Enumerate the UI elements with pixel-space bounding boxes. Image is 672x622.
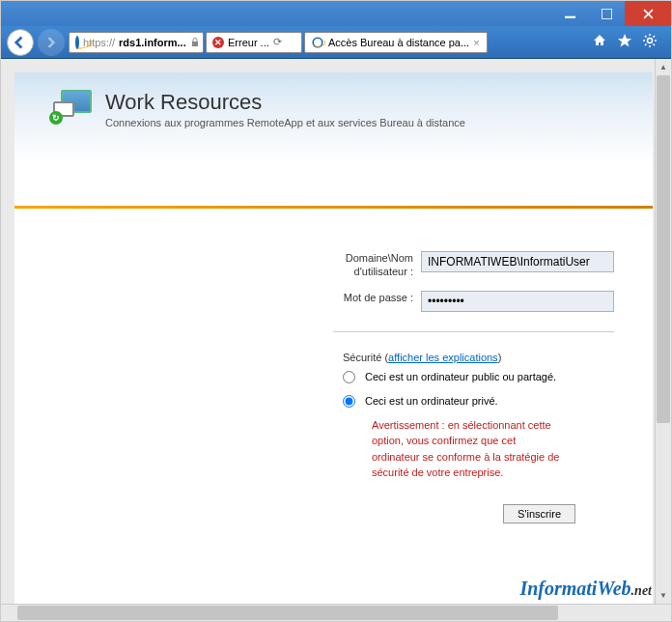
vertical-scrollbar[interactable]: ▲ ▼ [655, 59, 671, 604]
username-input[interactable] [421, 251, 614, 272]
address-bar[interactable]: https://rds1.inform... ▾ [69, 32, 204, 53]
horizontal-scrollbar[interactable] [1, 604, 671, 621]
tab-active[interactable]: Accès Bureau à distance pa... × [304, 32, 488, 53]
page-header: ↻ Work Resources Connexions aux programm… [14, 72, 653, 163]
remoteapp-icon: ↻ [53, 90, 94, 130]
home-icon[interactable] [592, 33, 607, 51]
close-button[interactable] [625, 1, 671, 26]
address-tabs: https://rds1.inform... ▾ ✕ Erreur ... ⟳ … [69, 32, 580, 53]
security-explain-link[interactable]: afficher les explications [388, 352, 498, 363]
radio-public[interactable] [343, 371, 355, 383]
content-viewport: ↻ Work Resources Connexions aux programm… [1, 59, 655, 604]
login-form: Domaine\Nom d'utilisateur : Mot de passe… [14, 209, 653, 523]
error-icon: ✕ [212, 37, 224, 48]
username-label: Domaine\Nom d'utilisateur : [324, 251, 421, 279]
vscroll-thumb[interactable] [657, 75, 670, 423]
page-title: Work Resources [105, 90, 465, 115]
url-host: rds1.inform... [119, 37, 186, 48]
watermark: InformatiWeb.net [519, 578, 652, 600]
window-titlebar [1, 1, 671, 26]
password-input[interactable] [421, 291, 614, 312]
nav-icons [584, 33, 665, 51]
svg-rect-2 [192, 42, 198, 46]
scroll-up-icon[interactable]: ▲ [656, 59, 671, 75]
back-button[interactable] [7, 29, 34, 56]
form-divider [333, 331, 614, 332]
radio-private-label: Ceci est un ordinateur privé. [365, 395, 498, 407]
tab-error-label: Erreur ... [228, 37, 269, 48]
maximize-button[interactable] [588, 1, 625, 26]
radio-private-row[interactable]: Ceci est un ordinateur privé. [14, 387, 614, 411]
gear-icon[interactable] [642, 33, 658, 51]
svg-rect-0 [565, 15, 575, 17]
radio-public-label: Ceci est un ordinateur public ou partagé… [365, 371, 556, 382]
refresh-icon[interactable]: ⟳ [273, 36, 282, 48]
page-subtitle: Connexions aux programmes RemoteApp et a… [105, 117, 465, 128]
favorites-icon[interactable] [617, 33, 632, 51]
svg-rect-1 [602, 9, 612, 19]
security-section-label: Sécurité (afficher les explications) [14, 352, 614, 363]
rdweb-page: ↻ Work Resources Connexions aux programm… [14, 72, 653, 604]
ie-icon [312, 37, 322, 47]
scroll-down-icon[interactable]: ▼ [656, 587, 671, 604]
forward-button[interactable] [38, 29, 65, 56]
warning-text: Avertissement : en sélectionnant cette o… [14, 417, 614, 481]
tab-active-label: Accès Bureau à distance pa... [328, 37, 469, 48]
tab-close-icon[interactable]: × [473, 37, 479, 48]
submit-button[interactable]: S'inscrire [503, 504, 575, 523]
radio-private[interactable] [343, 395, 355, 408]
lock-icon [190, 35, 200, 50]
browser-navbar: https://rds1.inform... ▾ ✕ Erreur ... ⟳ … [1, 26, 671, 59]
hscroll-thumb[interactable] [17, 606, 558, 620]
ie-icon [75, 36, 79, 49]
radio-public-row[interactable]: Ceci est un ordinateur public ou partagé… [14, 363, 614, 387]
tab-error[interactable]: ✕ Erreur ... ⟳ [206, 32, 302, 53]
minimize-button[interactable] [551, 1, 588, 26]
svg-point-3 [648, 39, 653, 43]
password-label: Mot de passe : [324, 291, 421, 304]
